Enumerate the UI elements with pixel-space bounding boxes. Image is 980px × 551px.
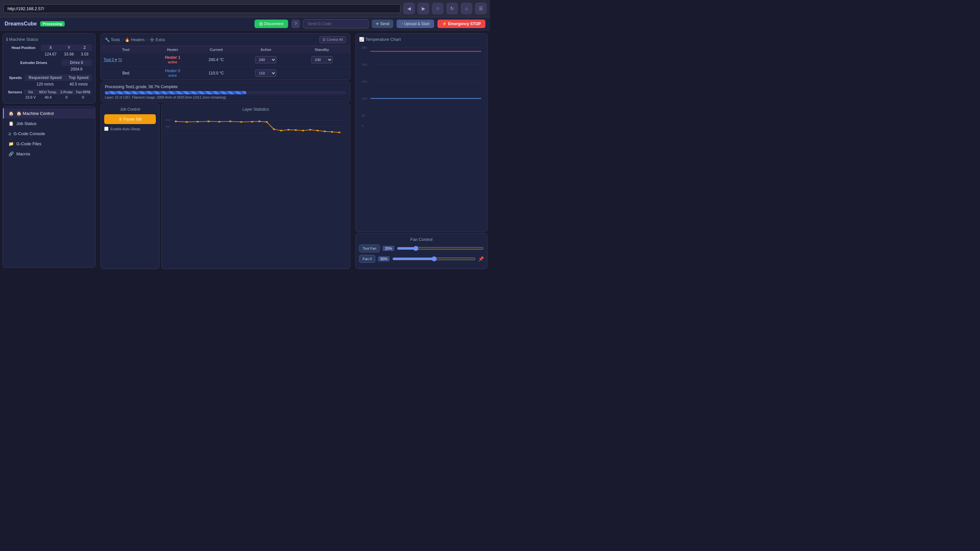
- heater0-current: 110.0 °C: [194, 67, 238, 80]
- svg-point-6: [186, 121, 188, 123]
- col-current: Current: [194, 46, 238, 53]
- svg-point-10: [229, 121, 232, 122]
- req-speed-header: Requested Speed: [25, 75, 66, 81]
- col-active: Active: [238, 46, 294, 53]
- tab-extra[interactable]: ➕ Extra: [150, 38, 165, 42]
- send-button[interactable]: ✈ Send: [372, 20, 393, 28]
- disconnect-button[interactable]: ⏻ Disconnect: [255, 20, 288, 28]
- status-badge: Processing: [40, 21, 65, 27]
- fan-control-card: Fan Control Tool Fan 20% Fan 0 50% 📌: [355, 233, 487, 269]
- svg-text:0: 0: [362, 124, 363, 127]
- tool-fan-button[interactable]: Tool Fan: [359, 245, 380, 252]
- progress-section: Processing Test1.gcode, 58.7% Complete L…: [100, 82, 350, 102]
- browser-chrome: ◀ ▶ ☆ ↻ ⌂ ☰: [0, 0, 490, 17]
- x-value: 124.67: [41, 51, 60, 57]
- center-panel: 🔧 Tools / 🔥 Heaters / ➕ Extra ☰ Control …: [98, 31, 353, 270]
- bed-active-select[interactable]: 110: [255, 70, 276, 77]
- mcu-value: 40.4: [38, 95, 59, 100]
- zprobe-value: 0: [59, 95, 75, 100]
- machine-status-card: ℹ Machine Status Head Position X Y Z 124…: [3, 33, 95, 103]
- fan0-slider[interactable]: [392, 256, 476, 262]
- forward-button[interactable]: ▶: [417, 3, 429, 14]
- help-button[interactable]: ?: [291, 20, 300, 28]
- emergency-stop-button[interactable]: ⚡ Emergency STOP: [438, 20, 485, 28]
- pause-job-button[interactable]: ⏸ Pause Job: [104, 114, 156, 124]
- sidebar-job-status-label: Job Status: [16, 121, 36, 126]
- heater0-status: Heater 0active: [165, 68, 180, 78]
- tool0-active-select[interactable]: 240: [255, 56, 276, 64]
- svg-point-14: [266, 121, 268, 123]
- star-button[interactable]: ☆: [432, 3, 444, 14]
- tools-tabs: 🔧 Tools / 🔥 Heaters / ➕ Extra ☰ Control …: [101, 33, 350, 46]
- drive-value: 2004.6: [61, 66, 92, 73]
- back-button[interactable]: ◀: [403, 3, 415, 14]
- layer-chart-area: 40s 30s: [165, 114, 347, 140]
- progress-title: Processing Test1.gcode, 58.7% Complete: [105, 84, 346, 89]
- fan0-pin-button[interactable]: 📌: [478, 256, 484, 262]
- svg-text:200: 200: [362, 63, 367, 66]
- tool0-standby-select[interactable]: 240: [311, 56, 332, 64]
- svg-text:50: 50: [362, 114, 365, 117]
- svg-point-8: [207, 121, 210, 122]
- sidebar-gcode-files-label: G-Code Files: [16, 141, 41, 146]
- fan0-value: 50%: [378, 256, 390, 262]
- refresh-button[interactable]: ↻: [446, 3, 458, 14]
- tool0-button[interactable]: Tool 0 ▾T0: [103, 57, 122, 62]
- svg-point-9: [218, 121, 221, 122]
- fan-rpm-value: 0: [75, 95, 92, 100]
- svg-point-24: [338, 132, 340, 133]
- sidebar-item-gcode-files[interactable]: 📁 G-Code Files: [3, 139, 95, 149]
- home-button[interactable]: ⌂: [461, 3, 473, 14]
- vin-value: 23.9 V: [24, 95, 38, 100]
- fan-control-title: Fan Control: [359, 237, 484, 242]
- z-value: 3.03: [78, 51, 92, 57]
- svg-point-16: [280, 130, 283, 132]
- machine-control-icon: 🏠: [8, 111, 14, 116]
- svg-point-21: [317, 130, 319, 132]
- gcode-input[interactable]: [303, 19, 369, 29]
- col-standby: Standby: [294, 46, 350, 53]
- fan0-row: Fan 0 50% 📌: [359, 255, 484, 263]
- temp-chart-inner: 250 200 150 100 50 0: [359, 44, 484, 129]
- zprobe-header: Z-Probe: [59, 89, 75, 95]
- progress-bar-bg: [105, 91, 346, 94]
- svg-point-5: [175, 121, 177, 122]
- layer-stats-card: Layer Statistics 40s 30s: [161, 103, 350, 269]
- tools-table: Tool Heater Current Active Standby Tool …: [101, 46, 350, 80]
- y-value: 33.66: [60, 51, 78, 57]
- upload-start-button[interactable]: ↑ Upload & Start: [396, 20, 434, 28]
- svg-text:30s: 30s: [165, 125, 170, 128]
- y-header: Y: [60, 44, 78, 51]
- sidebar-item-gcode-console[interactable]: ≥ G-Code Console: [3, 129, 95, 139]
- layer-stats-title: Layer Statistics: [165, 107, 347, 112]
- auto-sleep-checkbox[interactable]: [104, 127, 108, 131]
- bottom-center: Job Control ⏸ Pause Job Enable Auto-Slee…: [100, 103, 350, 269]
- tool-fan-slider[interactable]: [397, 246, 484, 251]
- heater1-current: 240.4 °C: [194, 53, 238, 67]
- macros-icon: 🔗: [8, 151, 14, 156]
- sidebar-item-job-status[interactable]: 📋 Job Status: [3, 119, 95, 129]
- sidebar-macros-label: Macros: [16, 151, 30, 156]
- temp-chart-title: 📈 Temperature Chart: [359, 37, 484, 42]
- svg-point-11: [240, 121, 242, 123]
- tab-heaters[interactable]: 🔥 Heaters: [125, 38, 145, 42]
- menu-button[interactable]: ☰: [475, 3, 487, 14]
- sidebar-item-machine-control[interactable]: 🏠 🏠 Machine Control: [3, 108, 95, 119]
- svg-point-23: [331, 131, 333, 133]
- heater1-status: Heater 1active: [165, 55, 180, 64]
- svg-point-19: [302, 130, 304, 132]
- control-all-button[interactable]: ☰ Control All: [320, 36, 346, 43]
- sidebar-nav: 🏠 🏠 Machine Control 📋 Job Status ≥ G-Cod…: [3, 106, 95, 268]
- drive-header: Drive 0: [61, 59, 92, 66]
- sidebar-item-macros[interactable]: 🔗 Macros: [3, 149, 95, 159]
- gcode-files-icon: 📁: [8, 141, 14, 146]
- address-bar[interactable]: [3, 4, 401, 13]
- fan0-button[interactable]: Fan 0: [359, 255, 375, 263]
- left-panel: ℹ Machine Status Head Position X Y Z 124…: [0, 31, 98, 270]
- job-control-card: Job Control ⏸ Pause Job Enable Auto-Slee…: [100, 103, 159, 269]
- svg-point-13: [258, 121, 261, 122]
- mcu-header: MCU Temp.: [38, 89, 59, 95]
- auto-sleep-row: Enable Auto-Sleep: [104, 127, 156, 131]
- table-row: Tool 0 ▾T0 Heater 1active 240.4 °C 240 2…: [101, 53, 350, 67]
- tab-tools[interactable]: 🔧 Tools: [105, 38, 120, 42]
